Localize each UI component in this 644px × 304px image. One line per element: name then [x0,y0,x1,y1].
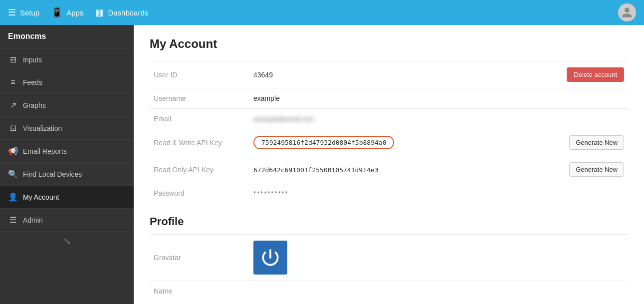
username-value: example [249,88,513,109]
rw-generate-new-button[interactable]: Generate New [569,135,624,150]
table-row-email: Email example@email.com [150,109,628,129]
sidebar-item-visualization-label: Visualization [23,124,62,132]
ro-api-key-text: 672d642c691001f25500105741d914e3 [253,166,378,174]
user-id-label: User ID [150,61,249,88]
find-local-devices-icon: 🔍 [8,169,18,179]
user-id-action: Delete account [513,61,628,88]
table-row-rw-api-key: Read & Write API Key 7592495816f2d47932d… [150,129,628,156]
inputs-icon: ⊟ [8,55,18,64]
sidebar-item-inputs-label: Inputs [23,56,42,64]
gravatar-icon [253,241,287,275]
my-account-icon: 👤 [8,192,18,202]
apps-nav-item[interactable]: 📱 Apps [51,7,83,18]
email-blurred: example@email.com [253,115,314,123]
sidebar-item-email-reports-label: Email Reports [23,147,67,155]
gravatar-label: Gravatar [150,235,249,281]
sidebar-item-my-account-label: My Account [23,193,59,201]
username-label: Username [150,88,249,109]
email-label: Email [150,109,249,129]
admin-icon: ☰ [8,215,18,225]
sidebar-item-admin[interactable]: ☰ Admin [0,209,134,232]
email-value: example@email.com [249,109,513,129]
account-table: User ID 43649 Delete account Username ex… [150,61,628,203]
ro-api-key-label: Read Only API Key [150,156,249,183]
rw-api-key-label: Read & Write API Key [150,129,249,156]
password-action [513,183,628,204]
gravatar-value [249,235,568,281]
sidebar-item-graphs[interactable]: ↗ Graphs [0,94,134,117]
sidebar-item-find-local-devices-label: Find Local Devices [23,170,82,178]
password-value: ********** [249,183,513,204]
main-layout: Emoncms ⊟ Inputs ≡ Feeds ↗ Graphs ⊡ Visu… [0,25,644,304]
table-row-ro-api-key: Read Only API Key 672d642c691001f2550010… [150,156,628,183]
graphs-icon: ↗ [8,100,18,110]
sidebar-item-inputs[interactable]: ⊟ Inputs [0,48,134,71]
delete-account-button[interactable]: Delete account [567,67,624,82]
rw-api-key-action: Generate New [513,129,628,156]
ro-api-key-value: 672d642c691001f25500105741d914e3 [249,156,513,183]
email-action [513,109,628,129]
sidebar-brand: Emoncms [0,25,134,48]
hamburger-icon: ☰ [8,7,16,18]
ro-api-key-action: Generate New [513,156,628,183]
username-action [513,88,628,109]
power-icon [259,247,281,269]
dashboards-nav-label: Dashboards [108,8,148,17]
apps-icon: 📱 [51,7,62,18]
profile-table: Gravatar Name [150,234,628,301]
password-dots: ********** [253,190,289,197]
feeds-icon: ≡ [8,78,18,87]
name-label: Name [150,281,249,302]
main-content: My Account User ID 43649 Delete account … [134,25,644,304]
sidebar-item-find-local-devices[interactable]: 🔍 Find Local Devices [0,163,134,186]
password-label: Password [150,183,249,204]
page-title: My Account [150,37,628,51]
profile-section-title: Profile [150,215,628,228]
sidebar-item-my-account[interactable]: 👤 My Account [0,186,134,209]
sidebar-item-feeds-label: Feeds [23,78,42,86]
sidebar-item-feeds[interactable]: ≡ Feeds [0,71,134,94]
user-avatar[interactable] [618,3,636,21]
ro-generate-new-button[interactable]: Generate New [569,162,624,177]
sidebar-item-visualization[interactable]: ⊡ Visualization [0,117,134,140]
sidebar-collapse-button[interactable]: ⤡ [0,232,134,251]
avatar-icon [621,6,633,18]
user-id-value: 43649 [249,61,513,88]
sidebar: Emoncms ⊟ Inputs ≡ Feeds ↗ Graphs ⊡ Visu… [0,25,134,304]
sidebar-item-email-reports[interactable]: 📢 Email Reports [0,140,134,163]
visualization-icon: ⊡ [8,123,18,133]
dashboards-nav-item[interactable]: ▦ Dashboards [95,7,148,18]
email-reports-icon: 📢 [8,146,18,156]
table-row-password: Password ********** [150,183,628,204]
name-action [568,281,628,302]
gravatar-action [568,235,628,281]
table-row-name: Name [150,281,628,302]
setup-nav-item[interactable]: ☰ Setup [8,7,39,18]
setup-nav-label: Setup [20,8,39,17]
topnav: ☰ Setup 📱 Apps ▦ Dashboards [0,0,644,25]
dashboards-icon: ▦ [95,7,104,18]
rw-api-key-highlighted: 7592495816f2d47932d0804f5b8894a0 [253,136,394,149]
name-value [249,281,568,302]
rw-api-key-value: 7592495816f2d47932d0804f5b8894a0 [249,129,513,156]
table-row-gravatar: Gravatar [150,235,628,281]
table-row-username: Username example [150,88,628,109]
table-row-user-id: User ID 43649 Delete account [150,61,628,88]
apps-nav-label: Apps [66,8,83,17]
sidebar-item-admin-label: Admin [23,216,43,224]
sidebar-item-graphs-label: Graphs [23,101,46,109]
